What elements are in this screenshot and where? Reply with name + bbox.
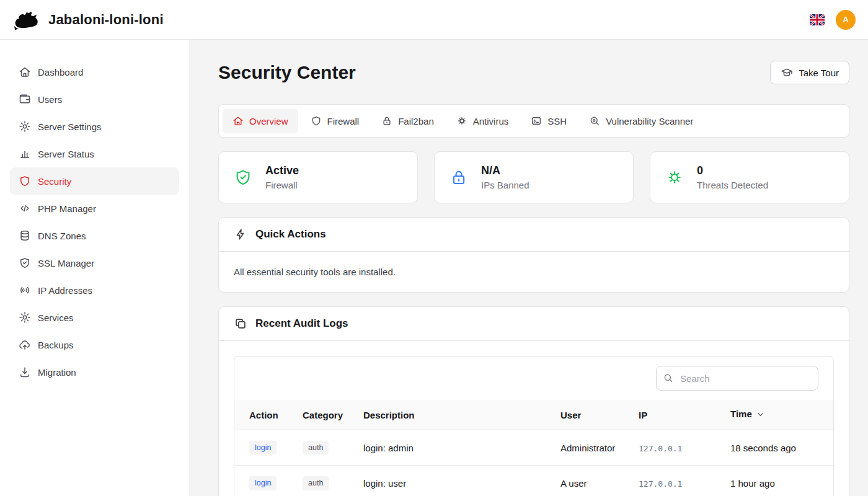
virus-icon bbox=[665, 168, 684, 187]
category-badge: auth bbox=[303, 476, 329, 490]
gear-icon bbox=[19, 311, 31, 324]
table-row: login auth login: user A user 127.0.0.1 … bbox=[234, 466, 833, 496]
code-icon bbox=[19, 202, 31, 215]
quick-actions-message: All essential security tools are install… bbox=[234, 267, 834, 277]
description-cell: login: user bbox=[363, 466, 560, 496]
column-header-user[interactable]: User bbox=[560, 400, 639, 430]
stat-value: Active bbox=[265, 164, 299, 177]
shield-icon bbox=[311, 115, 322, 126]
sidebar-item-label: Services bbox=[38, 312, 74, 323]
tab-label: Antivirus bbox=[473, 116, 509, 126]
description-cell: login: admin bbox=[363, 430, 560, 466]
scanner-icon bbox=[589, 115, 600, 126]
stat-value: N/A bbox=[481, 164, 529, 177]
stat-label: Firewall bbox=[265, 180, 299, 190]
gear-icon bbox=[19, 120, 31, 133]
quick-actions-card: Quick Actions All essential security too… bbox=[218, 217, 849, 293]
sidebar-item-server-settings[interactable]: Server Settings bbox=[10, 113, 179, 140]
category-badge: auth bbox=[303, 441, 329, 454]
sidebar-item-php-manager[interactable]: PHP Manager bbox=[10, 195, 179, 222]
sidebar-item-label: Server Settings bbox=[38, 122, 102, 132]
graduation-cap-icon bbox=[781, 66, 793, 79]
database-icon bbox=[19, 229, 31, 242]
tab-ssh[interactable]: SSH bbox=[521, 108, 577, 133]
column-header-action[interactable]: Action bbox=[234, 400, 303, 430]
clipboard-icon bbox=[234, 317, 247, 330]
sidebar-item-label: Backups bbox=[38, 340, 74, 350]
tab-label: Overview bbox=[249, 116, 288, 126]
tab-overview[interactable]: Overview bbox=[223, 108, 298, 133]
brand-name: Jabaloni-loni-loni bbox=[48, 12, 164, 28]
stat-value: 0 bbox=[697, 164, 768, 177]
bull-icon bbox=[12, 8, 42, 32]
stat-label: Threats Detected bbox=[697, 180, 768, 190]
uk-flag-icon[interactable] bbox=[810, 14, 825, 25]
tab-fail2ban[interactable]: Fail2ban bbox=[371, 108, 444, 133]
sidebar-item-label: Security bbox=[38, 176, 71, 187]
column-header-category[interactable]: Category bbox=[303, 400, 363, 430]
ip-cell: 127.0.0.1 bbox=[639, 444, 682, 453]
take-tour-label: Take Tour bbox=[799, 68, 839, 78]
ip-cell: 127.0.0.1 bbox=[639, 479, 682, 489]
column-header-time[interactable]: Time bbox=[730, 400, 833, 430]
sidebar-item-security[interactable]: Security bbox=[10, 167, 179, 195]
audit-logs-table-card: Action Category Description User IP Time bbox=[234, 356, 834, 496]
search-input[interactable] bbox=[656, 366, 818, 391]
user-cell: A user bbox=[560, 466, 639, 496]
sidebar-item-label: Server Status bbox=[38, 149, 94, 159]
sidebar-item-label: SSL Manager bbox=[38, 258, 94, 268]
top-bar: Jabaloni-loni-loni A bbox=[0, 0, 868, 40]
stat-card-ips-banned: N/A IPs Banned bbox=[434, 151, 634, 203]
sidebar-item-ip-addresses[interactable]: IP Addresses bbox=[10, 277, 179, 304]
main-content: Security Center Take Tour Overview Fir bbox=[189, 40, 868, 496]
sidebar-item-dns-zones[interactable]: DNS Zones bbox=[10, 222, 179, 249]
home-icon bbox=[19, 66, 31, 78]
sidebar-item-ssl-manager[interactable]: SSL Manager bbox=[10, 249, 179, 277]
sidebar-item-dashboard[interactable]: Dashboard bbox=[10, 58, 179, 86]
tab-label: Firewall bbox=[327, 116, 360, 126]
stat-card-firewall: Active Firewall bbox=[218, 151, 418, 203]
tab-label: SSH bbox=[547, 116, 567, 126]
shield-check-icon bbox=[19, 257, 31, 269]
action-badge: login bbox=[249, 476, 277, 490]
avatar[interactable]: A bbox=[836, 10, 856, 30]
chevron-down-icon bbox=[756, 410, 765, 421]
stat-card-threats: 0 Threats Detected bbox=[650, 151, 849, 203]
page-title: Security Center bbox=[218, 62, 356, 83]
broadcast-icon bbox=[19, 284, 31, 296]
security-tabs: Overview Firewall Fail2ban Antivirus bbox=[218, 104, 849, 138]
column-header-ip[interactable]: IP bbox=[639, 400, 730, 430]
tab-firewall[interactable]: Firewall bbox=[301, 108, 370, 133]
sidebar-item-label: DNS Zones bbox=[38, 231, 86, 241]
shield-check-icon bbox=[234, 168, 252, 187]
action-badge: login bbox=[249, 441, 277, 454]
audit-logs-table: Action Category Description User IP Time bbox=[234, 400, 833, 496]
lock-icon bbox=[381, 115, 392, 126]
sidebar-item-migration[interactable]: Migration bbox=[10, 358, 179, 386]
tab-antivirus[interactable]: Antivirus bbox=[446, 108, 519, 133]
tab-vulnerability-scanner[interactable]: Vulnerability Scanner bbox=[579, 108, 703, 133]
virus-icon bbox=[456, 115, 467, 126]
brand[interactable]: Jabaloni-loni-loni bbox=[12, 8, 164, 32]
time-cell: 1 hour ago bbox=[730, 466, 833, 496]
lock-icon bbox=[450, 168, 468, 187]
home-icon bbox=[232, 115, 244, 126]
terminal-icon bbox=[531, 115, 542, 126]
sidebar-item-backups[interactable]: Backups bbox=[10, 331, 179, 358]
sidebar-item-label: Dashboard bbox=[38, 67, 83, 78]
bar-chart-icon bbox=[19, 148, 31, 160]
sidebar-item-server-status[interactable]: Server Status bbox=[10, 140, 179, 167]
cloud-upload-icon bbox=[19, 339, 31, 351]
stat-label: IPs Banned bbox=[481, 180, 529, 190]
search-icon bbox=[663, 373, 674, 386]
lightning-icon bbox=[234, 228, 247, 241]
wallet-icon bbox=[19, 93, 31, 105]
time-cell: 18 seconds ago bbox=[730, 430, 833, 466]
column-header-description[interactable]: Description bbox=[363, 400, 560, 430]
sidebar-item-users[interactable]: Users bbox=[10, 86, 179, 113]
sidebar: Dashboard Users Server Settings Server S… bbox=[0, 40, 189, 496]
take-tour-button[interactable]: Take Tour bbox=[770, 61, 849, 84]
table-row: login auth login: admin Administrator 12… bbox=[234, 430, 833, 466]
sidebar-item-services[interactable]: Services bbox=[10, 304, 179, 331]
user-cell: Administrator bbox=[560, 430, 639, 466]
